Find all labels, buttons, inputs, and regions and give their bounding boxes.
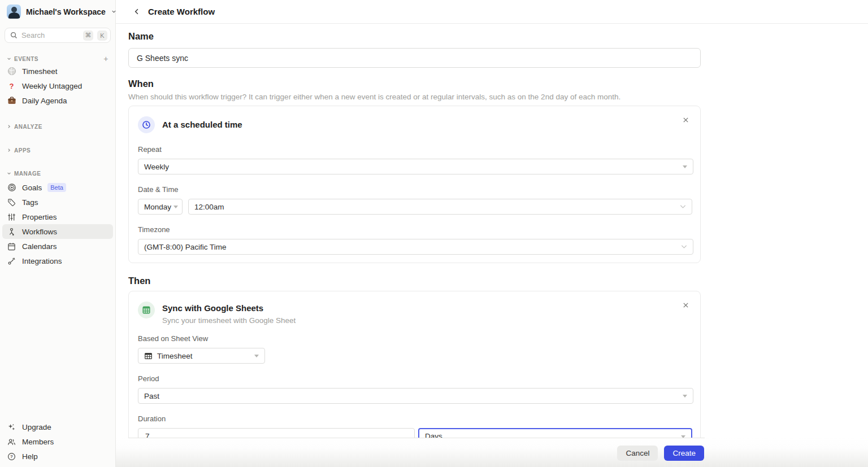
branch-icon bbox=[7, 228, 16, 236]
tag-icon bbox=[7, 198, 16, 207]
events-section-header[interactable]: EVENTS + bbox=[0, 54, 115, 64]
sidebar-item-help[interactable]: ? Help bbox=[2, 449, 113, 464]
caret-down-icon bbox=[254, 355, 259, 357]
form-footer: Cancel Create bbox=[116, 438, 868, 467]
workflow-name-input[interactable] bbox=[128, 48, 701, 68]
sparkles-icon bbox=[7, 423, 16, 431]
repeat-value: Weekly bbox=[144, 163, 169, 171]
when-heading: When bbox=[128, 78, 701, 89]
name-heading: Name bbox=[128, 31, 701, 42]
app-window: Michael's Workspace ⌘ K EVENTS + Timeshe… bbox=[0, 0, 868, 467]
sheet-view-label: Based on Sheet View bbox=[138, 334, 692, 343]
time-value: 12:00am bbox=[194, 203, 224, 211]
cancel-button[interactable]: Cancel bbox=[617, 446, 658, 461]
sidebar-item-label: Upgrade bbox=[22, 423, 51, 431]
when-description: When should this workflow trigger? It ca… bbox=[128, 93, 701, 101]
repeat-select[interactable]: Weekly bbox=[138, 159, 693, 174]
manage-section-label: MANAGE bbox=[14, 171, 41, 177]
duration-label: Duration bbox=[138, 414, 692, 423]
workspace-switcher[interactable]: Michael's Workspace bbox=[0, 0, 115, 22]
sidebar-item-members[interactable]: Members bbox=[2, 434, 113, 449]
table-icon bbox=[144, 352, 153, 360]
chevron-down-icon bbox=[681, 245, 687, 249]
trigger-card: At a scheduled time Repeat Weekly Date &… bbox=[128, 106, 701, 263]
timezone-select[interactable]: (GMT-8:00) Pacific Time bbox=[138, 239, 693, 255]
close-icon[interactable] bbox=[683, 117, 689, 123]
sidebar-item-properties[interactable]: Properties bbox=[2, 210, 113, 224]
day-select[interactable]: Monday bbox=[138, 199, 183, 215]
sidebar-item-tags[interactable]: Tags bbox=[2, 195, 113, 210]
people-icon bbox=[7, 438, 16, 446]
sidebar-item-daily-agenda[interactable]: Daily Agenda bbox=[2, 93, 113, 108]
period-select[interactable]: Past bbox=[138, 388, 693, 404]
chevron-down-icon bbox=[7, 171, 11, 176]
sidebar-item-label: Timesheet bbox=[22, 67, 58, 76]
beta-badge: Beta bbox=[47, 183, 66, 192]
apps-section-label: APPS bbox=[14, 147, 31, 154]
create-button[interactable]: Create bbox=[664, 446, 704, 461]
then-heading: Then bbox=[128, 276, 701, 286]
close-icon[interactable] bbox=[683, 302, 689, 308]
google-sheets-icon bbox=[138, 302, 155, 318]
sidebar-item-upgrade[interactable]: Upgrade bbox=[2, 420, 113, 434]
trigger-card-title: At a scheduled time bbox=[162, 116, 242, 133]
time-select[interactable]: 12:00am bbox=[188, 199, 692, 215]
target-icon bbox=[7, 183, 16, 192]
calendar-icon bbox=[7, 242, 16, 251]
chevron-right-icon bbox=[7, 124, 11, 129]
page-title: Create Workflow bbox=[148, 7, 215, 16]
clock-icon bbox=[138, 116, 155, 133]
period-label: Period bbox=[138, 374, 692, 383]
sidebar-item-calendars[interactable]: Calendars bbox=[2, 239, 113, 254]
sidebar-item-label: Weekly Untagged bbox=[22, 82, 82, 90]
action-card: Sync with Google Sheets Sync your timesh… bbox=[128, 291, 701, 462]
sidebar-item-label: Workflows bbox=[22, 228, 57, 236]
sidebar: Michael's Workspace ⌘ K EVENTS + Timeshe… bbox=[0, 0, 116, 467]
sidebar-item-weekly-untagged[interactable]: ? Weekly Untagged bbox=[2, 78, 113, 93]
briefcase-icon bbox=[7, 96, 16, 105]
add-event-icon[interactable]: + bbox=[103, 54, 108, 63]
form-content: Name When When should this workflow trig… bbox=[116, 24, 701, 467]
caret-down-icon bbox=[173, 206, 178, 208]
action-card-subtitle: Sync your timesheet with Google Sheet bbox=[162, 316, 296, 325]
timezone-value: (GMT-8:00) Pacific Time bbox=[144, 243, 227, 251]
chevron-right-icon bbox=[7, 148, 11, 152]
workspace-avatar bbox=[7, 5, 21, 19]
sidebar-item-integrations[interactable]: Integrations bbox=[2, 254, 113, 268]
analyze-section-header[interactable]: ANALYZE bbox=[0, 121, 115, 132]
sidebar-item-label: Integrations bbox=[22, 257, 62, 265]
k-key-badge: K bbox=[97, 30, 107, 41]
sidebar-item-goals[interactable]: Goals Beta bbox=[2, 180, 113, 195]
datetime-label: Date & Time bbox=[138, 185, 692, 194]
sidebar-item-timesheet[interactable]: Timesheet bbox=[2, 64, 113, 78]
caret-down-icon bbox=[683, 395, 687, 398]
manage-section-header[interactable]: MANAGE bbox=[0, 168, 115, 178]
chevron-down-icon bbox=[7, 56, 11, 61]
caret-down-icon bbox=[683, 165, 687, 168]
back-button[interactable] bbox=[133, 8, 141, 15]
svg-text:?: ? bbox=[10, 454, 13, 459]
sidebar-item-label: Goals bbox=[22, 184, 42, 192]
sheet-view-value: Timesheet bbox=[157, 352, 193, 360]
chevron-down-icon bbox=[680, 204, 686, 209]
sidebar-item-label: Members bbox=[22, 438, 54, 446]
search-box[interactable]: ⌘ K bbox=[5, 28, 111, 43]
main-panel: Create Workflow Name When When should th… bbox=[116, 0, 868, 467]
analyze-section-label: ANALYZE bbox=[14, 124, 42, 130]
sidebar-item-label: Tags bbox=[22, 198, 38, 207]
sidebar-item-workflows[interactable]: Workflows bbox=[2, 224, 113, 239]
page-header: Create Workflow bbox=[116, 0, 868, 24]
repeat-label: Repeat bbox=[138, 145, 692, 154]
integration-icon bbox=[7, 257, 16, 265]
search-input[interactable] bbox=[21, 31, 79, 40]
sidebar-item-label: Daily Agenda bbox=[22, 97, 67, 105]
sheet-view-select[interactable]: Timesheet bbox=[138, 348, 265, 364]
workspace-name: Michael's Workspace bbox=[26, 7, 106, 16]
apps-section-header[interactable]: APPS bbox=[0, 145, 115, 155]
help-icon: ? bbox=[7, 452, 16, 461]
search-icon bbox=[10, 32, 18, 39]
sidebar-item-label: Help bbox=[22, 452, 38, 461]
cmd-key-badge: ⌘ bbox=[83, 30, 93, 41]
sidebar-item-label: Calendars bbox=[22, 242, 57, 251]
footer-divider bbox=[128, 438, 705, 438]
